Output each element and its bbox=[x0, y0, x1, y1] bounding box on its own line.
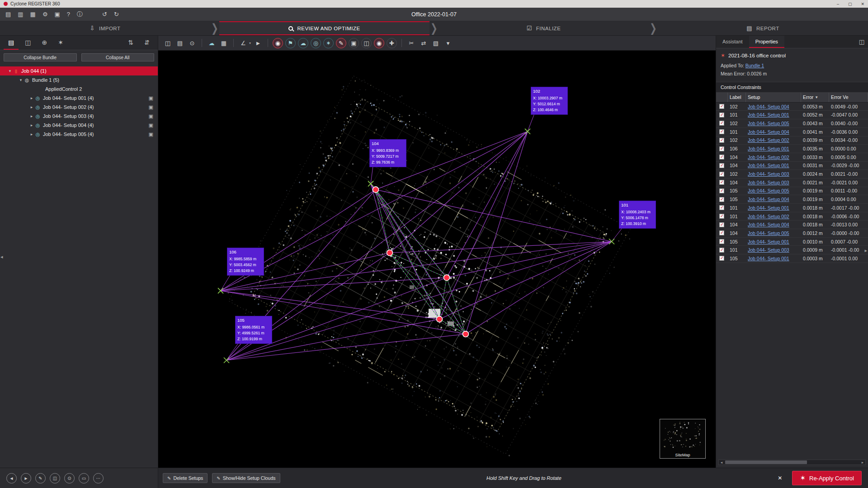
constraint-row-1[interactable]: 102Job 044- Setup 0040.0053 m0.0049 -0.0… bbox=[716, 103, 868, 111]
constraint-checkbox[interactable] bbox=[719, 172, 724, 177]
sort-tree-icon[interactable]: ⇅ bbox=[124, 36, 138, 50]
constraint-row-19[interactable]: 105Job 044- Setup 0010.0003 m-0.0001 0.0… bbox=[716, 254, 868, 263]
constraint-row-14[interactable]: 101Job 044- Setup 0020.0018 m-0.0006 -0.… bbox=[716, 212, 868, 221]
tree-item-job-044-setup-002-4-[interactable]: ▸◎Job 044- Setup 002 (4)▣ bbox=[0, 103, 158, 112]
constraint-setup-link[interactable]: Job 044- Setup 003 bbox=[748, 171, 789, 177]
limit-box-icon[interactable]: ◎ bbox=[311, 38, 321, 48]
constraint-row-3[interactable]: 102Job 044- Setup 0050.0043 m0.0040 -0.0… bbox=[716, 119, 868, 128]
constraint-row-12[interactable]: 105Job 044- Setup 0040.0019 m0.0004 0.00 bbox=[716, 195, 868, 204]
add-setup-icon[interactable]: ◉ bbox=[273, 38, 283, 48]
tree-item-bundle-1-5-[interactable]: ▾◍Bundle 1 (5) bbox=[0, 75, 158, 84]
add-tag-icon[interactable]: ⚑ bbox=[285, 38, 296, 48]
tree-caret-icon[interactable]: ▾ bbox=[7, 69, 13, 73]
setup-node-1[interactable] bbox=[373, 187, 379, 192]
add-image-icon[interactable]: ▣ bbox=[349, 38, 359, 48]
constraint-checkbox[interactable] bbox=[719, 205, 724, 210]
constraint-setup-link[interactable]: Job 044- Setup 001 bbox=[748, 146, 789, 151]
control-label-105[interactable]: 105X: 9986.0561 mY: 4999.5261 mZ: 100.91… bbox=[235, 316, 272, 344]
constraint-setup-link[interactable]: Job 044- Setup 004 bbox=[748, 197, 789, 202]
constraint-checkbox[interactable] bbox=[719, 121, 724, 126]
collapse-right-panel-icon[interactable]: ▸ bbox=[864, 248, 867, 253]
constraint-checkbox[interactable] bbox=[719, 214, 724, 219]
tree-caret-icon[interactable]: ▸ bbox=[29, 123, 34, 127]
delete-setups-button[interactable]: ✎ Delete Setups bbox=[163, 473, 208, 483]
setup-node-5[interactable] bbox=[463, 331, 469, 337]
constraint-setup-link[interactable]: Job 044- Setup 005 bbox=[748, 230, 789, 236]
measure-icon-dropdown-icon[interactable]: ▾ bbox=[249, 41, 251, 45]
collapse-left-panel-icon[interactable]: ◂ bbox=[0, 254, 3, 260]
close-button[interactable]: ✕ bbox=[861, 2, 864, 6]
apply-settings-icon[interactable]: ▤ bbox=[175, 38, 185, 48]
constraint-checkbox[interactable] bbox=[719, 188, 724, 193]
control-label-104[interactable]: 104X: 9993.8369 mY: 5009.7217 mZ: 99.763… bbox=[369, 139, 406, 167]
constraint-row-18[interactable]: 101Job 044- Setup 0030.0009 m-0.0001 -0.… bbox=[716, 246, 868, 254]
constraint-row-11[interactable]: 105Job 044- Setup 0050.0019 m0.0011 -0.0… bbox=[716, 187, 868, 196]
show-hide-setup-clouds-button[interactable]: ✎ Show/Hide Setup Clouds bbox=[212, 473, 280, 483]
control-point-102[interactable] bbox=[525, 129, 530, 134]
open-project-icon[interactable]: ▤ bbox=[5, 11, 11, 17]
constraint-checkbox[interactable] bbox=[719, 222, 724, 227]
constraint-checkbox[interactable] bbox=[719, 155, 724, 160]
draw-annotation-icon[interactable]: ✎ bbox=[336, 38, 346, 48]
scroll-left-icon[interactable]: ◄ bbox=[719, 461, 724, 464]
undo-icon[interactable]: ↺ bbox=[102, 11, 107, 17]
workflow-tab-import[interactable]: ⇩IMPORT bbox=[0, 21, 210, 35]
constraint-setup-link[interactable]: Job 044- Setup 004 bbox=[748, 129, 789, 135]
reapply-control-button[interactable]: ✶ Re-Apply Control bbox=[792, 471, 862, 485]
panel-layout-icon[interactable]: ◫ bbox=[859, 38, 864, 45]
duplicate-icon[interactable]: ◫ bbox=[50, 473, 60, 483]
constraint-checkbox[interactable] bbox=[719, 113, 724, 117]
constraint-row-15[interactable]: 104Job 044- Setup 0040.0018 m-0.0013 0.0… bbox=[716, 221, 868, 229]
tree-caret-icon[interactable]: ▾ bbox=[18, 78, 24, 82]
tree-item-job-044-setup-003-4-[interactable]: ▸◎Job 044- Setup 003 (4)▣ bbox=[0, 112, 158, 121]
control-label-101[interactable]: 101X: 10008.2403 mY: 5006.1478 mZ: 100.3… bbox=[619, 201, 656, 229]
pointcloud-canvas[interactable]: 102X: 10003.2907 mY: 5012.6614 mZ: 100.4… bbox=[158, 51, 716, 468]
constraint-checkbox[interactable] bbox=[719, 146, 724, 151]
tree-caret-icon[interactable]: ▸ bbox=[29, 132, 34, 136]
constraint-checkbox[interactable] bbox=[719, 129, 724, 134]
import-data-icon[interactable]: ▥ bbox=[18, 11, 23, 17]
tree-caret-icon[interactable]: ▸ bbox=[29, 96, 34, 100]
constraint-checkbox[interactable] bbox=[719, 138, 724, 143]
constraint-row-8[interactable]: 104Job 044- Setup 0010.0031 m-0.0029 -0.… bbox=[716, 162, 868, 170]
maximize-button[interactable]: ▢ bbox=[848, 2, 852, 6]
add-cloud-icon[interactable]: ☁ bbox=[298, 38, 308, 48]
control-label-106[interactable]: 106X: 9985.5859 mY: 5003.4562 mZ: 100.92… bbox=[227, 248, 264, 276]
constraint-setup-link[interactable]: Job 044- Setup 001 bbox=[748, 256, 789, 261]
applied-to-link[interactable]: Bundle 1 bbox=[745, 63, 764, 68]
scroll-right-icon[interactable]: ► bbox=[860, 461, 865, 464]
gis-tab-icon[interactable]: ⊕ bbox=[37, 36, 52, 50]
control-point-104[interactable] bbox=[368, 181, 373, 187]
panorama-image-icon[interactable]: ▣ bbox=[149, 95, 153, 101]
constraint-setup-link[interactable]: Job 044- Setup 003 bbox=[748, 247, 789, 253]
constraint-setup-link[interactable]: Job 044- Setup 001 bbox=[748, 112, 789, 117]
tree-item-job-044-setup-004-4-[interactable]: ▸◎Job 044- Setup 004 (4)▣ bbox=[0, 121, 158, 130]
tree-item-job-044-setup-005-4-[interactable]: ▸◎Job 044- Setup 005 (4)▣ bbox=[0, 130, 158, 139]
constraint-setup-link[interactable]: Job 044- Setup 005 bbox=[748, 121, 789, 126]
constraint-setup-link[interactable]: Job 044- Setup 002 bbox=[748, 214, 789, 219]
constraint-checkbox[interactable] bbox=[719, 197, 724, 202]
split-link-icon[interactable]: ✂ bbox=[406, 38, 416, 48]
tree-item-job-044-1-[interactable]: ▾▮Job 044 (1) bbox=[0, 66, 158, 75]
constraint-checkbox[interactable] bbox=[719, 239, 724, 244]
info-icon[interactable]: ⓘ bbox=[77, 11, 83, 17]
snapshot-camera-icon[interactable]: ◫ bbox=[361, 38, 372, 48]
constraint-checkbox[interactable] bbox=[719, 180, 724, 185]
constraint-setup-link[interactable]: Job 044- Setup 004 bbox=[748, 104, 789, 109]
tree-caret-icon[interactable]: ▸ bbox=[29, 105, 34, 109]
add-user-icon[interactable]: ✚ bbox=[387, 38, 397, 48]
play-icon[interactable]: ► bbox=[21, 473, 31, 483]
panorama-image-icon[interactable]: ▣ bbox=[149, 131, 153, 137]
error-column-header[interactable]: Error▼ bbox=[801, 93, 829, 102]
cloud-to-image-icon[interactable]: ▧ bbox=[431, 38, 441, 48]
export-icon[interactable]: ▦ bbox=[30, 11, 36, 17]
sitemap-thumbnail[interactable]: SiteMap bbox=[660, 419, 706, 459]
create-link-icon[interactable]: ⇄ bbox=[419, 38, 429, 48]
geotag-pin-icon[interactable]: ◉ bbox=[374, 38, 384, 48]
constraint-row-6[interactable]: 106Job 044- Setup 0010.0035 m0.0000 0.00 bbox=[716, 145, 868, 153]
horizontal-scrollbar[interactable]: ◄ ► bbox=[718, 460, 866, 465]
search-icon[interactable]: ⊙ bbox=[64, 473, 75, 483]
constraint-row-13[interactable]: 101Job 044- Setup 0010.0018 m-0.0017 -0.… bbox=[716, 204, 868, 212]
constraint-checkbox[interactable] bbox=[719, 104, 724, 109]
constraint-setup-link[interactable]: Job 044- Setup 001 bbox=[748, 163, 789, 168]
